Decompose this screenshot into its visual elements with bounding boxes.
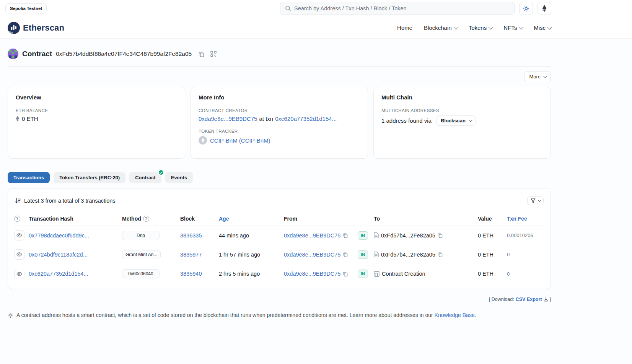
value-cell: 0 ETH [478, 271, 494, 277]
theme-toggle-button[interactable] [519, 2, 533, 15]
info-cards: Overview ETH BALANCE 0 ETH More Info CON… [8, 87, 551, 159]
method-badge: 0x60c06040 [122, 269, 160, 278]
tab-events[interactable]: Events [165, 172, 193, 183]
csv-export-link[interactable]: CSV Export [516, 297, 542, 302]
verified-check-icon [158, 169, 164, 176]
nav-blockchain[interactable]: Blockchain [424, 24, 457, 31]
value-cell: 0 ETH [478, 232, 494, 239]
knowledge-base-link[interactable]: Knowledge Base [435, 312, 475, 318]
copy-icon[interactable] [343, 271, 348, 276]
footnote-suffix: . [475, 312, 476, 318]
more-button[interactable]: More [524, 71, 551, 82]
token-tracker-link[interactable]: CCIP-BnM (CCIP-BnM) [210, 137, 270, 144]
chevron-down-icon [489, 25, 494, 30]
multichain-provider-select[interactable]: Blockscan [436, 115, 476, 126]
search-input[interactable] [294, 5, 510, 11]
nav-nfts[interactable]: NFTs [503, 24, 522, 31]
qr-code-icon[interactable] [210, 51, 217, 57]
tx-preview-button[interactable] [14, 230, 24, 240]
to-address[interactable]: 0xFd57b4...2Fe82a05 [381, 232, 435, 239]
creator-connector: at txn [259, 115, 273, 122]
overview-card: Overview ETH BALANCE 0 ETH [8, 87, 185, 159]
download-prefix: [ Download: [489, 297, 514, 302]
header-divider [8, 66, 551, 67]
col-txn-fee: Txn Fee [507, 216, 544, 222]
col-method: Method ? [122, 216, 180, 222]
contract-address: 0xFd57b4ddBf88a4e07fF4e34C487b99af2Fe82a… [56, 50, 192, 57]
token-tracker-label: TOKEN TRACKER [199, 129, 360, 133]
block-link[interactable]: 3835940 [180, 271, 202, 277]
method-badge: Drip [122, 231, 160, 240]
brand-logo[interactable]: Etherscan [8, 22, 64, 34]
copy-icon[interactable] [438, 252, 443, 257]
from-address-link[interactable]: 0xda9e8e...9EB9DC75 [284, 271, 340, 277]
age-value: 2 hrs 5 mins ago [219, 271, 260, 277]
col-from: From [284, 216, 358, 222]
tab-transactions[interactable]: Transactions [8, 172, 50, 183]
transactions-summary: Latest 3 from a total of 3 transactions [24, 198, 116, 204]
chevron-down-icon [547, 25, 552, 30]
to-address[interactable]: 0xFd57b4...2Fe82a05 [381, 252, 435, 258]
from-address-link[interactable]: 0xda9e8e...9EB9DC75 [284, 232, 340, 239]
tx-hash-link[interactable]: 0x7798dcdaec0f6dd9c... [29, 232, 89, 239]
txn-fee-sort-link[interactable]: Txn Fee [507, 216, 527, 222]
fee-cell: 0.00010206 [507, 232, 533, 238]
tab-contract[interactable]: Contract [129, 172, 161, 183]
copy-icon[interactable] [343, 233, 348, 238]
method-badge: Grant Mint An... [122, 250, 161, 259]
question-icon[interactable]: ? [143, 216, 149, 222]
copy-address-icon[interactable] [199, 51, 204, 57]
more-info-card: More Info CONTRACT CREATOR 0xda9e8e...9E… [191, 87, 368, 159]
chevron-down-icon [453, 25, 458, 30]
download-icon[interactable] [544, 297, 548, 302]
table-row: 0x0724bdf9c118afc2d... Grant Mint An... … [14, 245, 544, 264]
col-age: Age [219, 216, 284, 222]
table-header-row: ? Transaction Hash Method ? Block Age Fr… [14, 211, 544, 226]
col-transaction-hash: Transaction Hash [29, 216, 122, 222]
nav-misc[interactable]: Misc [534, 24, 551, 31]
contract-footnote: A contract address hosts a smart contrac… [8, 312, 551, 318]
question-icon[interactable]: ? [14, 216, 20, 222]
value-cell: 0 ETH [478, 252, 494, 258]
sort-icon [15, 198, 21, 203]
network-switch-button[interactable] [538, 2, 551, 15]
eth-balance-value: 0 ETH [22, 115, 38, 122]
fee-cell: 0 [507, 252, 510, 257]
nav-home[interactable]: Home [397, 24, 412, 31]
chevron-down-icon [519, 25, 524, 30]
eye-icon [16, 272, 22, 276]
direction-badge: IN [358, 231, 368, 240]
tx-hash-link[interactable]: 0x0724bdf9c118afc2d... [29, 252, 88, 258]
network-badge[interactable]: Sepolia Testnet [5, 3, 47, 13]
table-row: 0xc620a77352d1d154... 0x60c06040 3835940… [14, 264, 544, 283]
main-nav: Home Blockchain Tokens NFTs Misc [397, 24, 551, 31]
download-suffix: ] [550, 297, 551, 302]
document-icon [374, 252, 379, 257]
tx-preview-button[interactable] [14, 269, 24, 279]
copy-icon[interactable] [343, 252, 348, 257]
contract-avatar [8, 49, 18, 59]
creation-txn-link[interactable]: 0xc620a77352d1d154... [275, 115, 337, 122]
nav-tokens[interactable]: Tokens [469, 24, 492, 31]
tab-bar: Transactions Token Transfers (ERC-20) Co… [8, 172, 551, 183]
main-header: Etherscan Home Blockchain Tokens NFTs Mi… [0, 17, 632, 39]
multichain-found-text: 1 address found via [381, 117, 432, 124]
age-sort-link[interactable]: Age [219, 216, 229, 222]
block-link[interactable]: 3836335 [180, 232, 202, 239]
tab-token-transfers[interactable]: Token Transfers (ERC-20) [54, 172, 125, 183]
copy-icon[interactable] [438, 233, 443, 238]
multichain-addresses-label: MULTICHAIN ADDRESSES [381, 108, 543, 113]
from-address-link[interactable]: 0xda9e8e...9EB9DC75 [284, 252, 340, 258]
eye-icon [16, 233, 22, 237]
filter-button[interactable] [527, 196, 544, 205]
tx-hash-link[interactable]: 0xc620a77352d1d154... [29, 271, 88, 277]
token-logo-icon [199, 136, 207, 145]
tx-preview-button[interactable] [14, 249, 24, 260]
creator-address-link[interactable]: 0xda9e8e...9EB9DC75 [199, 115, 257, 122]
topbar-right [280, 2, 551, 15]
more-info-title: More Info [199, 94, 360, 101]
block-link[interactable]: 3835977 [180, 252, 202, 258]
search-box[interactable] [280, 2, 515, 15]
brand-name: Etherscan [23, 23, 64, 33]
page-title: Contract [22, 50, 52, 58]
